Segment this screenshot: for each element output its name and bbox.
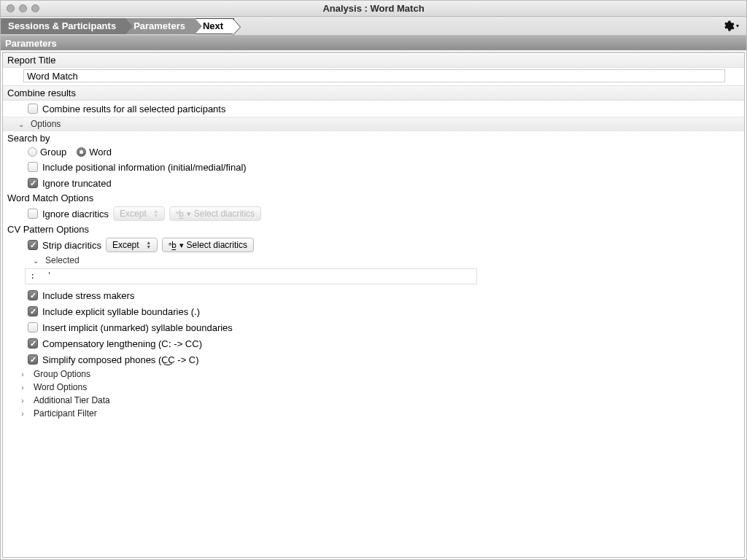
- word-options-label: Word Options: [34, 382, 87, 392]
- wm-except-value: Except: [120, 209, 147, 219]
- options-disclosure-label: Options: [31, 119, 61, 129]
- include-positional-checkbox[interactable]: [28, 162, 38, 172]
- chevron-right-icon: ›: [19, 370, 26, 378]
- report-title-field-wrap: [23, 69, 740, 82]
- selected-disclosure[interactable]: ⌄ Selected: [3, 254, 744, 267]
- participant-filter-item[interactable]: › Participant Filter: [3, 407, 744, 420]
- report-title-input[interactable]: [23, 69, 725, 82]
- updown-icon: ▲▼: [144, 241, 154, 249]
- crumb-parameters[interactable]: Parameters: [126, 18, 196, 34]
- cv-select-diacritics-label: Select diacritics: [187, 240, 247, 250]
- additional-tier-item[interactable]: › Additional Tier Data: [3, 394, 744, 407]
- word-options-item[interactable]: › Word Options: [3, 381, 744, 394]
- panel-header: Parameters: [1, 36, 746, 50]
- combine-results-checkbox[interactable]: [28, 104, 38, 114]
- chevron-down-icon: ▾: [187, 209, 191, 219]
- simplify-composed-label: Simplify composed phones (C͜C -> C): [42, 354, 199, 365]
- search-by-word-radio[interactable]: [77, 147, 86, 157]
- additional-tier-label: Additional Tier Data: [34, 395, 110, 405]
- ignore-diacritics-label: Ignore diacritics: [42, 209, 109, 219]
- ignore-truncated-checkbox[interactable]: [28, 178, 38, 188]
- search-by-group-label: Group: [40, 147, 66, 158]
- parameters-content: Report Title Combine results Combine res…: [2, 52, 745, 558]
- participant-filter-label: Participant Filter: [34, 408, 97, 419]
- chevron-down-icon: ⌄: [32, 257, 39, 265]
- crumb-sessions[interactable]: Sessions & Participants: [1, 18, 126, 34]
- chevron-down-icon: ⌄: [18, 120, 25, 128]
- options-disclosure[interactable]: ⌄ Options: [3, 117, 744, 131]
- group-options-label: Group Options: [34, 369, 90, 379]
- wizard-bar: Sessions & Participants Parameters Next …: [1, 17, 746, 36]
- wm-except-select: Except ▲▼: [113, 206, 165, 221]
- combine-results-label: Combine results: [3, 85, 744, 101]
- wm-select-diacritics-button: ᵃb̲ ▾ Select diacritics: [169, 206, 261, 221]
- diacritics-icon: ᵃb̲: [169, 241, 177, 250]
- insert-implicit-syll-label: Insert implicit (unmarked) syllable boun…: [42, 322, 233, 333]
- gear-icon: [722, 20, 735, 32]
- include-explicit-syll-checkbox[interactable]: [28, 306, 38, 316]
- search-by-word-label: Word: [89, 147, 112, 158]
- search-by-group-radio[interactable]: [28, 147, 37, 157]
- chevron-down-icon: ▾: [736, 23, 739, 29]
- selected-diacritics-box[interactable]: ː ˈ: [25, 268, 477, 284]
- search-by-radios: Group Word: [3, 145, 744, 159]
- gear-menu[interactable]: ▾: [722, 20, 739, 32]
- combine-results-text: Combine results for all selected partici…: [42, 104, 225, 114]
- search-by-label: Search by: [3, 131, 744, 145]
- selected-disclosure-label: Selected: [45, 255, 80, 265]
- word-match-options-label: Word Match Options: [3, 191, 744, 205]
- include-stress-label: Include stress makers: [42, 290, 134, 301]
- include-positional-label: Include positional information (initial/…: [42, 162, 247, 173]
- chevron-right-icon: ›: [19, 384, 26, 392]
- ignore-truncated-label: Ignore truncated: [42, 178, 112, 189]
- group-options-item[interactable]: › Group Options: [3, 368, 744, 381]
- strip-diacritics-checkbox[interactable]: [28, 240, 38, 250]
- titlebar: Analysis : Word Match: [1, 1, 746, 17]
- app-window: Analysis : Word Match Sessions & Partici…: [0, 0, 747, 560]
- chevron-right-icon: ›: [19, 397, 26, 405]
- report-title-label: Report Title: [3, 52, 744, 68]
- wm-select-diacritics-label: Select diacritics: [194, 209, 255, 219]
- diacritics-icon: ᵃb̲: [176, 209, 184, 219]
- strip-diacritics-label: Strip diacritics: [42, 240, 101, 251]
- chevron-down-icon: ▾: [179, 241, 184, 250]
- comp-lengthening-label: Compensatory lengthening (Cː -> CC): [42, 338, 202, 349]
- window-title: Analysis : Word Match: [1, 3, 746, 14]
- cv-select-diacritics-button[interactable]: ᵃb̲ ▾ Select diacritics: [162, 238, 254, 252]
- include-explicit-syll-label: Include explicit syllable boundaries (.): [42, 306, 200, 317]
- insert-implicit-syll-checkbox[interactable]: [28, 322, 38, 332]
- include-stress-checkbox[interactable]: [28, 290, 38, 300]
- chevron-right-icon: ›: [19, 410, 26, 418]
- cv-pattern-options-label: CV Pattern Options: [3, 222, 744, 236]
- simplify-composed-checkbox[interactable]: [28, 354, 38, 365]
- updown-icon: ▲▼: [151, 209, 161, 218]
- ignore-diacritics-checkbox[interactable]: [28, 209, 38, 219]
- comp-lengthening-checkbox[interactable]: [28, 338, 38, 349]
- cv-except-value: Except: [112, 240, 139, 250]
- cv-except-select[interactable]: Except ▲▼: [106, 238, 158, 252]
